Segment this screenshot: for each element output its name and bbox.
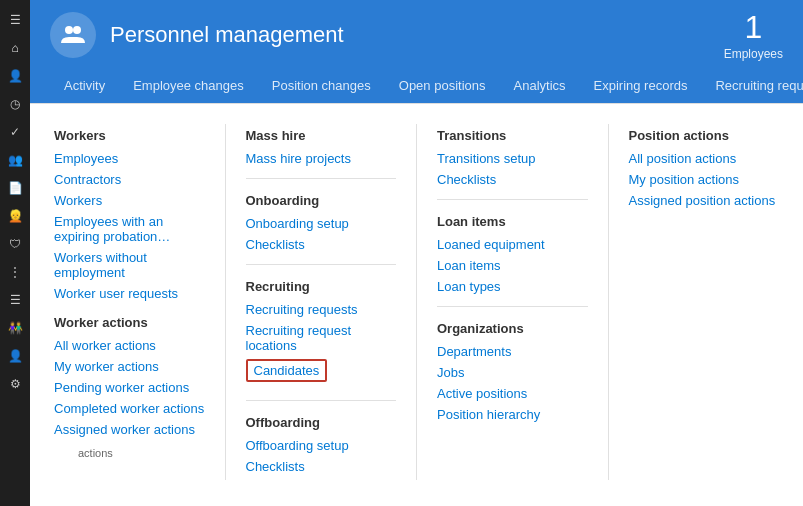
- divider-4: [437, 199, 588, 200]
- document-icon[interactable]: 📄: [3, 176, 27, 200]
- mass-hire-title: Mass hire: [246, 128, 397, 143]
- svg-point-1: [73, 26, 81, 34]
- organizations-title: Organizations: [437, 321, 588, 336]
- shield-icon[interactable]: 🛡: [3, 232, 27, 256]
- list-icon[interactable]: ☰: [3, 288, 27, 312]
- sidebar: ☰ ⌂ 👤 ◷ ✓ 👥 📄 👱 🛡 ⋮ ☰ 👫 👤 ⚙: [0, 0, 30, 506]
- module-icon: [50, 12, 96, 58]
- recruiting-title: Recruiting: [246, 279, 397, 294]
- user2-icon[interactable]: 👱: [3, 204, 27, 228]
- link-assigned-worker-actions[interactable]: Assigned worker actions: [54, 422, 205, 437]
- links-dropdown: Workers Employees Contractors Workers Em…: [30, 103, 803, 506]
- link-onboarding-checklists[interactable]: Checklists: [246, 237, 397, 252]
- link-pending-worker-actions[interactable]: Pending worker actions: [54, 380, 205, 395]
- link-employees[interactable]: Employees: [54, 151, 205, 166]
- tab-expiring-records[interactable]: Expiring records: [580, 70, 702, 103]
- link-all-worker-actions[interactable]: All worker actions: [54, 338, 205, 353]
- transitions-column: Transitions Transitions setup Checklists…: [437, 124, 609, 480]
- link-offboarding-checklists[interactable]: Checklists: [246, 459, 397, 474]
- menu-grid: Workers Employees Contractors Workers Em…: [30, 104, 803, 500]
- transitions-title: Transitions: [437, 128, 588, 143]
- position-actions-title: Position actions: [629, 128, 780, 143]
- link-contractors[interactable]: Contractors: [54, 172, 205, 187]
- page-title: Personnel management: [110, 22, 724, 48]
- workers-column: Workers Employees Contractors Workers Em…: [54, 124, 226, 480]
- tab-open-positions[interactable]: Open positions: [385, 70, 500, 103]
- main-content: Personnel management 1 Employees Activit…: [30, 0, 803, 506]
- group-icon[interactable]: 👫: [3, 316, 27, 340]
- page-header: Personnel management 1 Employees: [30, 0, 803, 70]
- loan-items-title: Loan items: [437, 214, 588, 229]
- svg-point-0: [65, 26, 73, 34]
- divider-1: [246, 178, 397, 179]
- link-loaned-equipment[interactable]: Loaned equipment: [437, 237, 588, 252]
- link-my-position-actions[interactable]: My position actions: [629, 172, 780, 187]
- tab-analytics[interactable]: Analytics: [500, 70, 580, 103]
- people-icon[interactable]: 👥: [3, 148, 27, 172]
- link-my-worker-actions[interactable]: My worker actions: [54, 359, 205, 374]
- tab-recruiting-requests[interactable]: Recruiting requests: [701, 70, 803, 103]
- position-actions-column: Position actions All position actions My…: [629, 124, 780, 480]
- tab-employee-changes[interactable]: Employee changes: [119, 70, 258, 103]
- divider-5: [437, 306, 588, 307]
- link-recruiting-requests[interactable]: Recruiting requests: [246, 302, 397, 317]
- worker-actions-title: Worker actions: [54, 315, 205, 330]
- onboarding-title: Onboarding: [246, 193, 397, 208]
- hiring-column: Mass hire Mass hire projects Onboarding …: [246, 124, 418, 480]
- link-worker-user-requests[interactable]: Worker user requests: [54, 286, 205, 301]
- tab-activity[interactable]: Activity: [50, 70, 119, 103]
- workers-title: Workers: [54, 128, 205, 143]
- offboarding-title: Offboarding: [246, 415, 397, 430]
- link-loan-types[interactable]: Loan types: [437, 279, 588, 294]
- link-assigned-position-actions[interactable]: Assigned position actions: [629, 193, 780, 208]
- link-all-position-actions[interactable]: All position actions: [629, 151, 780, 166]
- link-loan-items[interactable]: Loan items: [437, 258, 588, 273]
- link-completed-worker-actions[interactable]: Completed worker actions: [54, 401, 205, 416]
- apps-icon[interactable]: ⋮: [3, 260, 27, 284]
- hamburger-icon[interactable]: ☰: [3, 8, 27, 32]
- stat-number: 1: [724, 8, 783, 46]
- tab-position-changes[interactable]: Position changes: [258, 70, 385, 103]
- link-recruiting-request-locations[interactable]: Recruiting request locations: [246, 323, 397, 353]
- divider-3: [246, 400, 397, 401]
- link-candidates[interactable]: Candidates: [246, 359, 328, 382]
- user3-icon[interactable]: 👤: [3, 344, 27, 368]
- link-active-positions[interactable]: Active positions: [437, 386, 588, 401]
- gear-icon[interactable]: ⚙: [3, 372, 27, 396]
- stat-block: 1 Employees: [724, 8, 783, 62]
- link-position-hierarchy[interactable]: Position hierarchy: [437, 407, 588, 422]
- home-icon[interactable]: ⌂: [3, 36, 27, 60]
- stat-label: Employees: [724, 47, 783, 61]
- link-jobs[interactable]: Jobs: [437, 365, 588, 380]
- link-departments[interactable]: Departments: [437, 344, 588, 359]
- divider-2: [246, 264, 397, 265]
- footer-actions-hint: actions: [54, 443, 205, 467]
- link-mass-hire-projects[interactable]: Mass hire projects: [246, 151, 397, 166]
- link-workers[interactable]: Workers: [54, 193, 205, 208]
- time-icon[interactable]: ◷: [3, 92, 27, 116]
- link-transitions-setup[interactable]: Transitions setup: [437, 151, 588, 166]
- link-onboarding-setup[interactable]: Onboarding setup: [246, 216, 397, 231]
- link-transitions-checklists[interactable]: Checklists: [437, 172, 588, 187]
- check-icon[interactable]: ✓: [3, 120, 27, 144]
- link-offboarding-setup[interactable]: Offboarding setup: [246, 438, 397, 453]
- nav-tabs: Activity Employee changes Position chang…: [30, 70, 803, 103]
- person-icon[interactable]: 👤: [3, 64, 27, 88]
- link-employees-expiring[interactable]: Employees with an expiring probation…: [54, 214, 205, 244]
- link-workers-no-employment[interactable]: Workers without employment: [54, 250, 205, 280]
